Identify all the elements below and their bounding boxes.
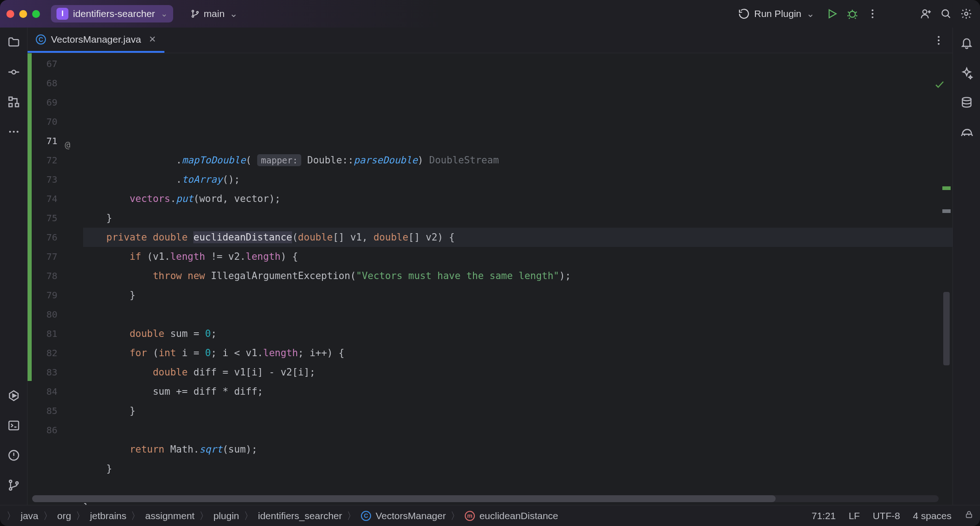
breadcrumbs[interactable]: 〉java〉org〉jetbrains〉assignment〉plugin〉id… (6, 509, 558, 522)
chevron-right-icon: 〉 (451, 509, 460, 522)
chevron-right-icon: 〉 (244, 509, 253, 522)
code-editor[interactable]: 6768697071@72737475767778798081828384858… (28, 53, 952, 505)
code-line[interactable]: return Math.sqrt(sum); (83, 440, 952, 459)
debug-button[interactable] (845, 6, 860, 21)
chevron-down-icon: ⌄ (161, 9, 168, 19)
error-stripe[interactable] (942, 186, 951, 241)
window-controls (6, 10, 40, 18)
code-line[interactable]: vectors.put(word, vector); (83, 189, 952, 208)
services-toolwindow-button[interactable] (7, 389, 20, 404)
breadcrumb-item[interactable]: identifiers_searcher (258, 510, 342, 521)
line-number[interactable]: 77 (32, 247, 57, 266)
line-number[interactable]: 74 (32, 189, 57, 208)
database-toolwindow-button[interactable] (960, 96, 973, 112)
editor-tab[interactable]: C VectorsManager.java ✕ (28, 28, 164, 53)
code-line[interactable]: double diff = v1[i] - v2[i]; (83, 363, 952, 382)
run-config-selector[interactable]: Run Plugin ⌄ (733, 5, 819, 22)
line-number[interactable]: 81 (32, 324, 57, 343)
code-with-me-button[interactable] (918, 6, 933, 21)
code-line[interactable] (83, 478, 952, 498)
tab-options-button[interactable] (931, 33, 946, 48)
coverage-toolwindow-button[interactable] (960, 126, 973, 141)
breadcrumb-item[interactable]: euclideanDistance (479, 510, 558, 521)
caret-position[interactable]: 71:21 (811, 510, 836, 521)
search-everywhere-button[interactable] (939, 6, 953, 21)
settings-button[interactable] (959, 6, 974, 21)
breadcrumb-item[interactable]: org (57, 510, 71, 521)
vcs-toolwindow-button[interactable] (7, 479, 20, 494)
breadcrumb-item[interactable]: assignment (145, 510, 194, 521)
zoom-window-button[interactable] (32, 10, 40, 18)
run-button[interactable] (825, 6, 839, 21)
line-number[interactable]: 75 (32, 208, 57, 228)
problems-toolwindow-button[interactable] (7, 449, 20, 464)
line-number[interactable]: 76 (32, 228, 57, 247)
code-line[interactable]: } (83, 459, 952, 478)
line-number[interactable]: 83 (32, 363, 57, 382)
line-number[interactable]: 84 (32, 382, 57, 401)
scrollbar-vertical[interactable] (943, 292, 950, 365)
breadcrumb-item[interactable]: java (21, 510, 39, 521)
line-number[interactable]: 82 (32, 343, 57, 363)
breadcrumb-item[interactable]: jetbrains (90, 510, 126, 521)
line-number[interactable]: 68 (32, 73, 57, 93)
line-number[interactable]: 85 (32, 401, 57, 420)
breadcrumb-item[interactable]: plugin (214, 510, 239, 521)
search-icon (940, 8, 952, 20)
line-separator[interactable]: LF (849, 510, 860, 521)
line-number[interactable]: 86 (32, 420, 57, 440)
indent-config[interactable]: 4 spaces (913, 510, 952, 521)
scrollbar-horizontal[interactable] (32, 495, 939, 502)
java-class-icon: C (36, 34, 46, 45)
hexagon-play-icon (7, 389, 20, 402)
inspection-ok-icon[interactable] (876, 58, 945, 116)
project-selector[interactable]: I identifiers-searcher ⌄ (51, 5, 173, 22)
code-line[interactable] (83, 305, 952, 324)
ai-assistant-button[interactable] (960, 67, 973, 82)
line-number[interactable]: 80 (32, 305, 57, 324)
svg-point-24 (16, 482, 18, 484)
line-number[interactable]: 72 (32, 151, 57, 170)
file-encoding[interactable]: UTF-8 (873, 510, 900, 521)
code-line[interactable]: .toArray(); (83, 170, 952, 189)
line-number[interactable]: 79 (32, 285, 57, 305)
code-line[interactable]: private double euclideanDistance(double[… (83, 228, 952, 247)
more-toolwindows-button[interactable] (7, 125, 20, 140)
structure-toolwindow-button[interactable] (7, 95, 20, 111)
terminal-toolwindow-button[interactable] (7, 419, 20, 434)
code-line[interactable]: } (83, 208, 952, 228)
project-toolwindow-button[interactable] (7, 36, 20, 51)
code-content[interactable]: .mapToDouble( mapper: Double::parseDoubl… (64, 53, 952, 505)
code-line[interactable]: .mapToDouble( mapper: Double::parseDoubl… (83, 151, 952, 170)
readonly-toggle[interactable] (964, 510, 974, 521)
more-actions-button[interactable] (865, 6, 880, 21)
svg-rect-20 (9, 421, 18, 430)
code-line[interactable]: } (83, 401, 952, 420)
vcs-branch-selector[interactable]: main ⌄ (191, 8, 238, 19)
line-number[interactable]: 69 (32, 93, 57, 112)
close-tab-button[interactable]: ✕ (149, 34, 156, 45)
close-window-button[interactable] (6, 10, 14, 18)
svg-rect-13 (9, 104, 12, 107)
code-line[interactable]: sum += diff * diff; (83, 382, 952, 401)
code-line[interactable]: double sum = 0; (83, 324, 952, 343)
play-icon (826, 8, 838, 20)
minimize-window-button[interactable] (19, 10, 27, 18)
line-number[interactable]: 71@ (32, 131, 57, 151)
commit-toolwindow-button[interactable] (7, 66, 20, 81)
notifications-button[interactable] (960, 37, 973, 52)
line-number[interactable]: 70 (32, 112, 57, 131)
svg-rect-12 (9, 97, 12, 101)
run-config-label: Run Plugin (754, 8, 801, 19)
svg-marker-3 (829, 10, 836, 17)
code-line[interactable]: throw new IllegalArgumentException("Vect… (83, 266, 952, 285)
line-number-gutter[interactable]: 6768697071@72737475767778798081828384858… (32, 53, 64, 505)
line-number[interactable]: 78 (32, 266, 57, 285)
breadcrumb-item[interactable]: VectorsManager (376, 510, 446, 521)
code-line[interactable]: for (int i = 0; i < v1.length; i++) { (83, 343, 952, 363)
line-number[interactable]: 73 (32, 170, 57, 189)
code-line[interactable] (83, 420, 952, 440)
code-line[interactable]: if (v1.length != v2.length) { (83, 247, 952, 266)
line-number[interactable]: 67 (32, 54, 57, 73)
code-line[interactable]: } (83, 285, 952, 305)
